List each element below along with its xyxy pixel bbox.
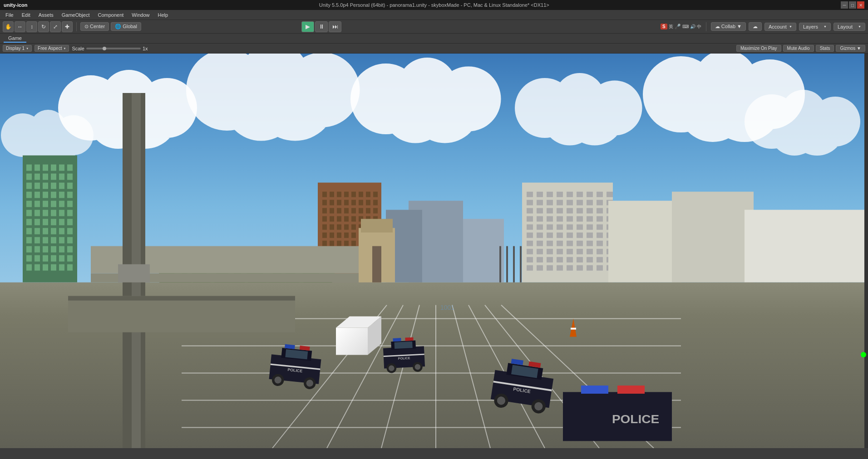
game-toolbar: Display 1 Free Aspect Scale 1x Maximize … bbox=[0, 44, 868, 54]
minimize-button[interactable]: ─ bbox=[841, 1, 848, 9]
menu-help[interactable]: Help bbox=[154, 11, 172, 19]
step-button[interactable]: ⏭ bbox=[329, 21, 341, 32]
game-tab[interactable]: Game bbox=[4, 34, 26, 43]
separator-2 bbox=[706, 22, 706, 31]
maximize-on-play-button[interactable]: Maximize On Play bbox=[736, 45, 781, 52]
title-bar: unity-icon Unity 5.5.0p4 Personal (64bit… bbox=[0, 0, 868, 10]
right-toolbar: S 英 🎤 ⌨ 🔊 中 ☁ Collab ▼ ☁ Account Layers … bbox=[661, 22, 865, 31]
layers-dropdown[interactable]: Layers bbox=[799, 23, 831, 31]
play-controls: ▶ ⏸ ⏭ bbox=[301, 21, 341, 32]
menu-window[interactable]: Window bbox=[128, 11, 153, 19]
viewport-scrollbar[interactable] bbox=[864, 54, 868, 448]
scale-section: Scale 1x bbox=[72, 46, 148, 51]
stats-button[interactable]: Stats bbox=[816, 45, 834, 52]
move-tool[interactable]: ↔ bbox=[15, 21, 25, 32]
unity-logo: unity-icon bbox=[4, 2, 28, 8]
maximize-button[interactable]: □ bbox=[849, 1, 856, 9]
game-viewport bbox=[0, 54, 868, 448]
menu-file[interactable]: File bbox=[2, 11, 17, 19]
display-label: Display 1 bbox=[6, 46, 25, 51]
collab-button[interactable]: ☁ Collab ▼ bbox=[711, 22, 746, 31]
title-text: Unity 5.5.0p4 Personal (64bit) - panoram… bbox=[30, 2, 838, 8]
global-local-button[interactable]: 🌐 Global bbox=[111, 22, 141, 31]
menu-edit[interactable]: Edit bbox=[18, 11, 34, 19]
window-controls: ─ □ ✕ bbox=[841, 1, 864, 9]
scale-tool[interactable]: ↻ bbox=[38, 21, 49, 32]
menu-component[interactable]: Component bbox=[94, 11, 127, 19]
gizmos-button[interactable]: Gizmos ▼ bbox=[836, 45, 865, 52]
scale-slider-handle bbox=[103, 47, 106, 50]
game-tab-label: Game bbox=[8, 35, 22, 41]
close-button[interactable]: ✕ bbox=[857, 1, 864, 9]
ime-toolbar: S 英 🎤 ⌨ 🔊 中 bbox=[661, 24, 701, 30]
pause-button[interactable]: ⏸ bbox=[315, 21, 328, 32]
play-button[interactable]: ▶ bbox=[301, 21, 314, 32]
account-dropdown[interactable]: Account bbox=[764, 23, 796, 31]
ime-extra1: ⌨ bbox=[682, 24, 689, 29]
aspect-ratio-label: Free Aspect bbox=[38, 46, 62, 51]
rotate-tool[interactable]: ↕ bbox=[26, 21, 37, 32]
ime-label: 英 bbox=[669, 24, 673, 30]
center-pivot-button[interactable]: ⊙ Center bbox=[80, 22, 109, 31]
hand-tool[interactable]: ✋ bbox=[3, 21, 14, 32]
separator-1 bbox=[76, 22, 77, 31]
scale-label: Scale bbox=[72, 46, 84, 51]
layout-dropdown[interactable]: Layout bbox=[833, 23, 865, 31]
display-dropdown[interactable]: Display 1 bbox=[3, 45, 32, 52]
mute-audio-button[interactable]: Mute Audio bbox=[783, 45, 814, 52]
status-indicator bbox=[861, 352, 866, 357]
ime-mic: 🎤 bbox=[675, 24, 681, 29]
ime-icon: S bbox=[661, 24, 667, 29]
scale-value: 1x bbox=[143, 46, 148, 51]
game-right-buttons: Maximize On Play Mute Audio Stats Gizmos… bbox=[736, 45, 865, 52]
transform-tools: ✋ ↔ ↕ ↻ ⤢ ✚ bbox=[3, 21, 73, 32]
aspect-ratio-dropdown[interactable]: Free Aspect bbox=[35, 45, 69, 52]
game-panel-header: Game bbox=[0, 34, 868, 44]
ime-extra3: 中 bbox=[697, 24, 701, 30]
menu-bar: File Edit Assets GameObject Component Wi… bbox=[0, 10, 868, 20]
ime-extra2: 🔊 bbox=[690, 24, 695, 29]
scene-canvas bbox=[0, 54, 868, 448]
menu-gameobject[interactable]: GameObject bbox=[58, 11, 94, 19]
scale-slider[interactable] bbox=[86, 48, 141, 49]
main-toolbar: ✋ ↔ ↕ ↻ ⤢ ✚ ⊙ Center 🌐 Global ▶ ⏸ ⏭ S 英 … bbox=[0, 20, 868, 34]
cloud-button[interactable]: ☁ bbox=[749, 22, 762, 31]
transform-tool[interactable]: ✚ bbox=[62, 21, 73, 32]
rect-tool[interactable]: ⤢ bbox=[50, 21, 61, 32]
menu-assets[interactable]: Assets bbox=[35, 11, 57, 19]
